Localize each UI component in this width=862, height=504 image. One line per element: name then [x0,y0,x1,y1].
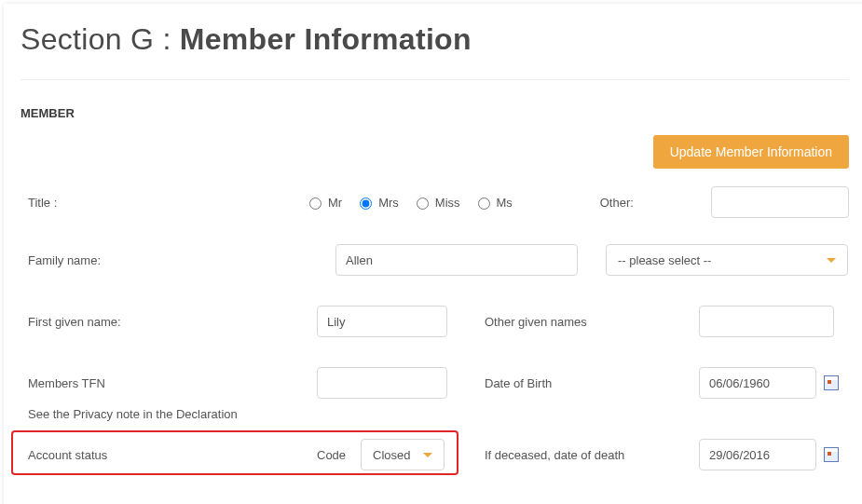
first-given-wrap [317,306,485,337]
members-tfn-wrap [317,367,485,399]
radio-mrs-label: Mrs [378,196,399,210]
radio-mr-label: Mr [328,196,342,210]
chevron-down-icon [423,453,432,457]
account-status-select[interactable]: Closed [361,439,445,470]
chevron-down-icon [827,258,836,263]
row-family-name: Family name: -- please select -- [21,239,849,280]
update-member-info-button[interactable]: Update Member Information [653,135,849,169]
label-code: Code [317,448,346,462]
dod-wrap [699,439,839,470]
family-select[interactable]: -- please select -- [606,244,848,276]
other-title-input[interactable] [711,186,849,218]
label-first-given: First given name: [28,315,317,329]
label-other: Other: [600,196,711,210]
radio-mrs[interactable]: Mrs [355,195,399,210]
title-radio-group-container: Mr Mrs Miss Ms [305,195,600,210]
account-status-wrap: Code Closed [317,439,485,470]
page-title-prefix: Section G : [21,22,171,56]
page-title-heavy: Member Information [180,22,472,56]
row-title: Title : Mr Mrs Miss Ms [21,182,849,223]
dod-input[interactable] [699,439,816,470]
dob-wrap [699,367,839,399]
row-first-given: First given name: Other given names [21,301,849,342]
radio-miss-input[interactable] [417,198,429,210]
other-title-wrap [711,186,849,218]
label-family-name: Family name: [28,253,335,267]
radio-ms-input[interactable] [478,198,490,210]
title-radio-group: Mr Mrs Miss Ms [305,195,600,210]
page-title: Section G : Member Information [21,22,849,57]
family-select-wrap: -- please select -- [578,244,848,276]
row-account-status: Account status Code Closed If deceased, … [21,434,849,475]
update-row: Update Member Information [21,135,849,169]
member-information-form: Section G : Member Information MEMBER Up… [4,4,862,504]
radio-mr-input[interactable] [309,198,322,210]
other-given-wrap [699,306,839,337]
dob-input[interactable] [699,367,816,399]
radio-mrs-input[interactable] [360,198,372,210]
label-dob: Date of Birth [485,376,699,390]
label-members-tfn: Members TFN [28,376,317,390]
radio-ms[interactable]: Ms [473,195,513,210]
members-tfn-input[interactable] [317,367,447,399]
account-status-value: Closed [373,448,410,462]
label-account-status: Account status [28,448,317,462]
label-other-given: Other given names [485,315,699,329]
divider [21,79,849,80]
label-title: Title : [28,196,305,210]
calendar-icon[interactable] [824,447,839,462]
label-dod: If deceased, date of death [485,448,699,462]
radio-miss[interactable]: Miss [412,195,460,210]
calendar-icon[interactable] [824,375,839,390]
radio-mr[interactable]: Mr [305,195,342,210]
other-given-input[interactable] [699,306,834,337]
first-given-input[interactable] [317,306,447,337]
family-select-value: -- please select -- [618,253,711,267]
member-heading: MEMBER [21,106,849,120]
family-name-wrap [335,244,578,276]
privacy-note: See the Privacy note in the Declaration [21,403,849,430]
radio-ms-label: Ms [497,196,513,210]
family-name-input[interactable] [335,244,578,276]
row-tfn-dob: Members TFN Date of Birth [21,362,849,403]
radio-miss-label: Miss [435,196,460,210]
